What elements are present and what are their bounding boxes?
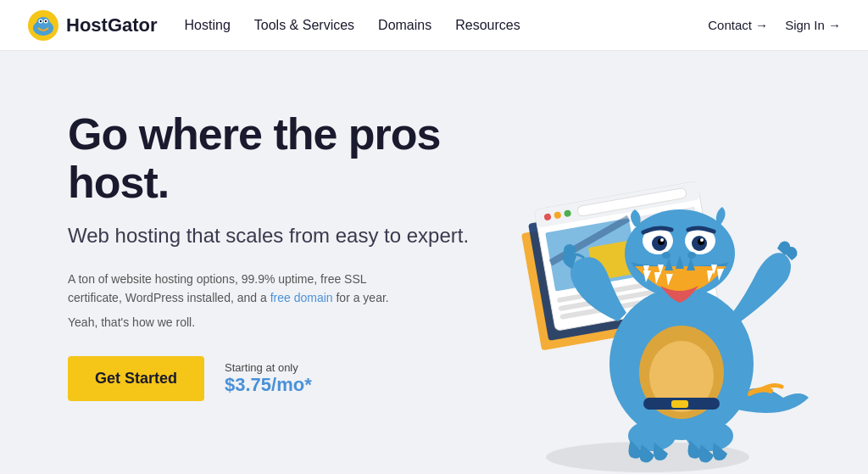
svg-point-43 [662,252,670,259]
svg-point-2 [36,17,50,29]
hero-tagline: Yeah, that's how we roll. [68,315,509,329]
hero-illustration [461,84,817,474]
svg-point-42 [700,238,704,242]
hero-subtitle: Web hosting that scales from easy to exp… [68,222,509,248]
nav-tools-services[interactable]: Tools & Services [254,18,354,33]
free-domain-link[interactable]: free domain [270,291,333,304]
nav-domains[interactable]: Domains [378,18,431,33]
signin-link[interactable]: Sign In → [785,18,841,32]
cta-area: Get Started Starting at only $3.75/mo* [68,356,509,401]
pricing-label: Starting at only [225,361,312,374]
svg-point-41 [660,238,664,242]
gator-character [461,84,817,474]
hero-description: A ton of website hosting options, 99.9% … [68,270,407,308]
pricing-info: Starting at only $3.75/mo* [225,361,312,396]
logo-text: HostGator [66,14,158,36]
nav-hosting[interactable]: Hosting [185,18,231,33]
main-nav: Hosting Tools & Services Domains Resourc… [185,18,709,33]
logo-area[interactable]: HostGator [27,9,158,42]
hero-title: Go where the pros host. [68,110,509,207]
svg-point-5 [40,20,42,21]
contact-link[interactable]: Contact → [708,18,768,32]
nav-resources[interactable]: Resources [455,18,520,33]
pricing-amount: $3.75/mo* [225,374,312,396]
logo-icon [27,9,59,42]
hero-content: Go where the pros host. Web hosting that… [68,93,509,401]
svg-point-44 [687,252,696,259]
get-started-button[interactable]: Get Started [68,356,204,401]
hero-description-text2: for a year. [333,291,389,304]
header-right: Contact → Sign In → [708,18,841,32]
svg-point-6 [45,20,47,21]
hero-section: Go where the pros host. Web hosting that… [0,51,868,474]
svg-rect-32 [671,400,688,408]
